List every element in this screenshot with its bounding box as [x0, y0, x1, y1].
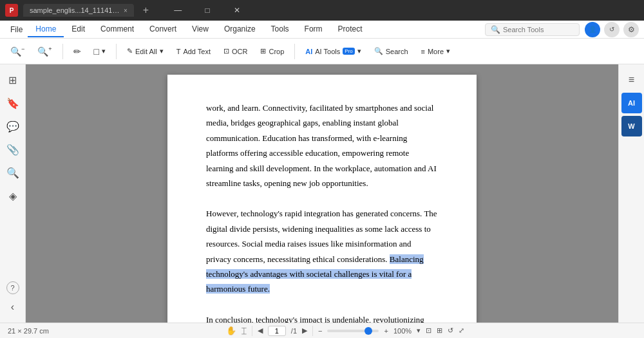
zoom-out-button[interactable]: 🔍−: [5, 43, 30, 59]
ai-tools-button[interactable]: AI AI Tools Pro ▾: [300, 44, 366, 58]
shape-caret: ▾: [102, 47, 106, 55]
settings-icon[interactable]: ⚙: [623, 22, 639, 37]
sidebar-collapse-icon[interactable]: ‹: [3, 297, 23, 317]
sidebar-icon-pages[interactable]: ⊞: [3, 70, 23, 90]
tab-label: sample_englis...14_111417.pdf: [30, 6, 120, 14]
toolbar-divider-1: [62, 44, 63, 59]
zoom-in-button[interactable]: 🔍+: [32, 43, 57, 59]
new-tab-button[interactable]: +: [139, 5, 153, 16]
more-label: More: [428, 48, 444, 55]
profile-avatar[interactable]: 👤: [585, 22, 600, 37]
menu-tab-tools[interactable]: Tools: [263, 22, 297, 37]
pdf-paragraph-3: In conclusion, technology's impact is un…: [206, 312, 438, 323]
zoom-percent: 100%: [393, 327, 412, 335]
sidebar-icon-comment[interactable]: 💬: [3, 116, 23, 136]
pdf-paragraph-1: work, and learn. Connectivity, facilitat…: [206, 100, 438, 191]
sidebar-icon-search[interactable]: 🔍: [3, 162, 23, 183]
sidebar-icon-layers[interactable]: ◈: [3, 185, 23, 206]
add-text-button[interactable]: T Add Text: [171, 45, 216, 58]
crop-icon: ⊞: [260, 47, 266, 55]
search-tools-input[interactable]: [503, 26, 574, 33]
edit-all-button[interactable]: ✎ Edit All ▾: [122, 44, 169, 58]
edit-all-caret: ▾: [160, 47, 164, 55]
edit-all-label: Edit All: [135, 48, 157, 55]
edit-icon: ✎: [127, 47, 133, 55]
more-caret: ▾: [446, 47, 450, 55]
rotate-icon[interactable]: ↺: [448, 326, 453, 335]
toolbar-divider-2: [116, 44, 117, 59]
ai-tools-caret: ▾: [357, 47, 361, 55]
sidebar-icon-attachment[interactable]: 📎: [3, 139, 23, 160]
status-bar: 21 × 29.7 cm ✋ ⌶ ◀ /1 ▶ − + 100% ▾ ⊡ ⊞ ↺…: [0, 323, 644, 338]
tab-close-button[interactable]: ×: [124, 7, 128, 14]
zoom-slider[interactable]: [327, 330, 379, 332]
highlight-button[interactable]: ✏: [68, 44, 86, 59]
shape-button[interactable]: □ ▾: [89, 44, 111, 59]
file-menu[interactable]: File: [5, 25, 28, 34]
window-controls: — □ ✕: [163, 0, 252, 21]
zoom-slider-thumb[interactable]: [365, 327, 372, 335]
pdf-text-1: work, and learn. Connectivity, facilitat…: [206, 103, 437, 188]
status-divider-2: [312, 326, 313, 336]
more-button[interactable]: ≡ More ▾: [416, 44, 455, 58]
right-panel: ≡ AI W: [618, 64, 644, 323]
ai-tools-badge: Pro: [343, 48, 354, 55]
search-tools-icon: 🔍: [491, 25, 500, 34]
title-bar: P sample_englis...14_111417.pdf × + — □ …: [0, 0, 644, 21]
right-panel-word-icon[interactable]: W: [621, 116, 642, 136]
fit-page-icon[interactable]: ⊞: [437, 326, 442, 335]
status-divider-1: [252, 326, 252, 336]
active-tab[interactable]: sample_englis...14_111417.pdf ×: [23, 4, 134, 17]
pdf-area[interactable]: work, and learn. Connectivity, facilitat…: [26, 64, 618, 323]
close-button[interactable]: ✕: [222, 0, 252, 21]
menu-right-icons: 👤 ↺ ⚙: [585, 22, 639, 37]
cursor-tool-icon[interactable]: ⌶: [242, 326, 247, 335]
right-panel-ai-icon[interactable]: AI: [621, 93, 642, 113]
page-number-input[interactable]: [268, 326, 286, 336]
refresh-icon[interactable]: ↺: [604, 22, 620, 37]
menu-bar: File HomeEditCommentConvertViewOrganizeT…: [0, 21, 644, 39]
zoom-in-status-icon[interactable]: +: [384, 327, 388, 335]
fit-width-icon[interactable]: ⊡: [426, 326, 431, 335]
more-icon: ≡: [421, 48, 425, 55]
add-text-icon: T: [176, 48, 181, 55]
zoom-out-icon: 🔍−: [10, 46, 24, 57]
ai-tools-label: AI Tools: [315, 48, 340, 55]
next-page-icon[interactable]: ▶: [302, 326, 307, 335]
zoom-in-icon: 🔍+: [37, 46, 52, 57]
sidebar-icon-bookmark[interactable]: 🔖: [3, 93, 23, 113]
highlight-icon: ✏: [73, 46, 81, 57]
menu-tab-view[interactable]: View: [184, 22, 216, 37]
menu-tab-edit[interactable]: Edit: [64, 22, 93, 37]
main-area: ⊞ 🔖 💬 📎 🔍 ◈ ? ‹ work, and learn. Connect…: [0, 64, 644, 323]
ocr-button[interactable]: ⊡ OCR: [218, 44, 252, 58]
pdf-page: work, and learn. Connectivity, facilitat…: [167, 75, 477, 323]
maximize-button[interactable]: □: [193, 0, 222, 21]
zoom-out-status-icon[interactable]: −: [318, 327, 322, 335]
menu-tab-form[interactable]: Form: [297, 22, 330, 37]
menu-tab-protect[interactable]: Protect: [330, 22, 370, 37]
search-tools[interactable]: 🔍: [485, 23, 580, 36]
dimensions-label: 21 × 29.7 cm: [8, 327, 49, 335]
menu-tabs: HomeEditCommentConvertViewOrganizeToolsF…: [28, 22, 485, 37]
menu-tab-organize[interactable]: Organize: [216, 22, 263, 37]
menu-tab-convert[interactable]: Convert: [142, 22, 184, 37]
minimize-button[interactable]: —: [163, 0, 193, 21]
crop-label: Crop: [269, 48, 284, 55]
menu-tab-comment[interactable]: Comment: [93, 22, 142, 37]
menu-tab-home[interactable]: Home: [28, 22, 64, 37]
expand-icon[interactable]: ⤢: [459, 326, 464, 335]
sidebar-help-icon[interactable]: ?: [6, 281, 19, 294]
prev-page-icon[interactable]: ◀: [258, 326, 263, 335]
ai-tools-icon: AI: [305, 48, 312, 55]
shape-icon: □: [94, 46, 99, 57]
hand-tool-icon[interactable]: ✋: [226, 326, 236, 335]
search-button[interactable]: 🔍 Search: [369, 44, 413, 58]
right-panel-icon-1[interactable]: ≡: [621, 70, 642, 90]
ocr-label: OCR: [232, 48, 247, 55]
zoom-caret[interactable]: ▾: [417, 326, 421, 335]
page-total: /1: [291, 327, 297, 335]
crop-button[interactable]: ⊞ Crop: [255, 44, 289, 58]
ocr-icon: ⊡: [223, 47, 229, 55]
app-icon: P: [5, 4, 18, 17]
